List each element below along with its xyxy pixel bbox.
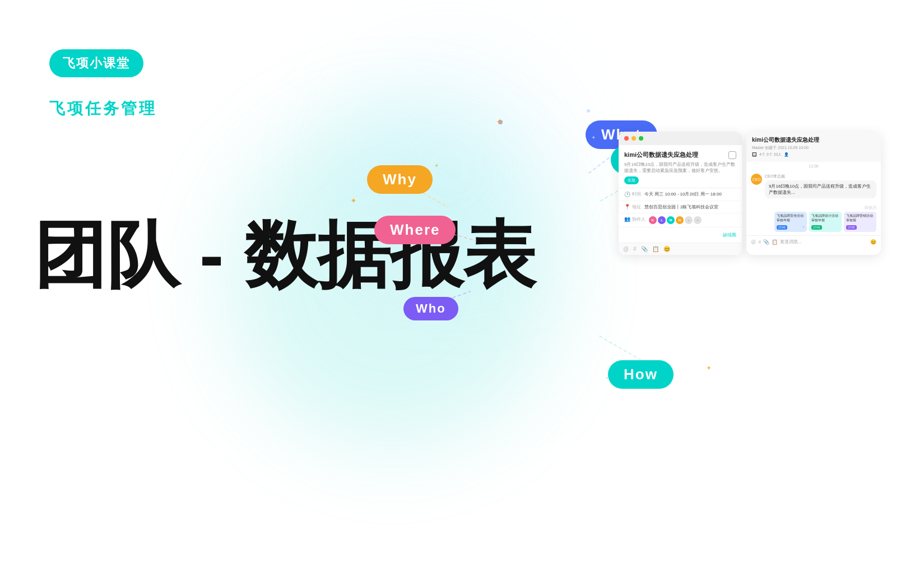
chat-meta: Master 创建于 2021.10.09 10:00 — [752, 145, 875, 151]
emoji-icon[interactable]: 😊 — [663, 246, 670, 252]
course-badge: 飞项小课堂 — [49, 49, 143, 77]
task-footer: 缺续圈 — [619, 227, 742, 243]
bubble-why: Why — [367, 165, 433, 194]
bubble-where: Where — [374, 216, 456, 244]
task-title-row: kimi公司数据遗失应急处理 — [624, 151, 736, 159]
minimize-dot — [632, 136, 636, 141]
chat-at-icon[interactable]: @ — [751, 239, 756, 245]
at-icon[interactable]: @ — [623, 246, 629, 252]
task-card-1: 飞项品牌宣传活动审核年报 27/45 ✓ — [774, 212, 807, 232]
time-field: 🕐 时间 今天 周三 10:00 - 10月20日 周一 18:00 — [619, 188, 742, 201]
collaborators-field: 👥 协作人 K L M N + + — [619, 213, 742, 227]
task-detail-panel: kimi公司数据遗失应急处理 9月16日晚10点，因我司产品送程升级，造成客户生… — [619, 132, 742, 255]
sparkle-1: ✦ — [496, 117, 503, 127]
chat-panel: kimi公司数据遗失应急处理 Master 创建于 2021.10.09 10:… — [746, 132, 881, 255]
chat-attach-icon[interactable]: 📎 — [763, 239, 769, 245]
time-value: 今天 周三 10:00 - 10月20日 周一 18:00 — [644, 191, 736, 197]
address-label: 📍 地址 — [624, 204, 641, 210]
members-icon: 👤 — [784, 152, 789, 157]
task-card-2: 飞项品牌设计活动审核年报 27/45 — [809, 212, 842, 232]
avatar-4: N — [676, 216, 684, 224]
main-title: 团队 - 数据报表 — [34, 218, 536, 291]
bubble-how: How — [608, 360, 674, 389]
chat-input-field[interactable]: 发送消息... — [780, 239, 868, 245]
avatar-2: L — [658, 216, 666, 224]
badge-text: 飞项小课堂 — [63, 55, 130, 72]
time-label: 🕐 时间 — [624, 191, 641, 197]
chat-clipboard-icon[interactable]: 📋 — [772, 239, 778, 245]
badge-container: 飞项小课堂 — [49, 49, 143, 77]
sparkle-6: ✦ — [605, 375, 610, 381]
chat-message-ceo: CEO CEO李总裁 9月16日晚10点，因我司产品送程升级，造成客户生产数据遗… — [746, 170, 881, 202]
address-field: 📍 地址 慧创百思创业园丨2栋飞项科技会议室 — [619, 201, 742, 213]
chat-emoji-icon[interactable]: 😊 — [870, 239, 876, 245]
ceo-avatar: CEO — [751, 174, 762, 185]
message-bubble: 9月16日晚10点，因我司产品送程升级，造成客户生产数据遗失... — [765, 180, 876, 198]
hash-icon[interactable]: # — [633, 246, 637, 252]
sparkle-4: ✦ — [434, 162, 439, 169]
card-3-title: 飞项品牌营销活动审核报 — [846, 214, 874, 223]
stats-count: 4个 3个 20人 — [759, 152, 782, 157]
card-1-tag: 27/45 — [777, 225, 787, 230]
clock-icon: 🕐 — [624, 192, 630, 197]
chat-creator: Master 创建于 2021.10.09 10:00 — [752, 145, 809, 151]
card-3-tag: 27/45 — [846, 225, 857, 230]
subtitle: 飞项任务管理 — [49, 98, 157, 119]
sender-name: CEO李总裁 — [765, 174, 876, 179]
chat-time: 11:00 — [746, 162, 881, 170]
chat-title: kimi公司数据遗失应急处理 — [752, 136, 875, 144]
people-icon: 👥 — [624, 216, 630, 222]
collaborators-list: K L M N + + — [649, 216, 702, 224]
titlebar — [619, 132, 742, 145]
task-card-3: 飞项品牌营销活动审核报 27/45 — [844, 212, 876, 232]
task-toolbar: @ # 📎 📋 😊 — [619, 243, 742, 255]
avatar-3: M — [667, 216, 675, 224]
expand-dot — [639, 136, 643, 141]
right-sender: 陈悦滔 — [865, 205, 876, 211]
location-icon: 📍 — [624, 204, 630, 210]
task-header: kimi公司数据遗失应急处理 9月16日晚10点，因我司产品送程升级，造成客户生… — [619, 145, 742, 188]
avatar-more-2: + — [694, 216, 702, 224]
task-expand-icon[interactable] — [728, 151, 736, 159]
bubble-who: Who — [403, 297, 458, 320]
avatar-more: + — [685, 216, 693, 224]
chat-header: kimi公司数据遗失应急处理 Master 创建于 2021.10.09 10:… — [746, 132, 881, 162]
card-2-title: 飞项品牌设计活动审核年报 — [811, 214, 839, 223]
card-1-check: ✓ — [802, 225, 805, 229]
clipboard-icon[interactable]: 📋 — [652, 246, 659, 252]
card-1-title: 飞项品牌宣传活动审核年报 — [777, 214, 805, 223]
close-dot — [624, 136, 629, 141]
task-status-badge[interactable]: 应急 — [624, 176, 639, 184]
chat-right-message: 陈悦滔 飞项品牌宣传活动审核年报 27/45 ✓ 飞项品牌设计活动审核年报 27… — [746, 202, 881, 235]
stats-icon: 🔲 — [752, 152, 757, 157]
task-description: 9月16日晚10点，因我司产品送程升级，造成客户生产数据遗失，需要启动紧急应急预… — [624, 161, 736, 174]
card-2-tag: 27/45 — [811, 225, 822, 230]
task-title-text: kimi公司数据遗失应急处理 — [624, 151, 698, 159]
return-button[interactable]: 缺续圈 — [723, 232, 736, 238]
collab-label: 👥 协作人 — [624, 216, 646, 222]
chat-input-area[interactable]: @ # 📎 📋 发送消息... 😊 — [746, 235, 881, 248]
message-content: CEO李总裁 9月16日晚10点，因我司产品送程升级，造成客户生产数据遗失... — [765, 174, 876, 198]
sparkle-5: ✦ — [706, 364, 712, 372]
attach-icon[interactable]: 📎 — [641, 246, 648, 252]
sparkle-3: ✦ — [350, 196, 357, 205]
chat-stats: 🔲 4个 3个 20人 👤 — [752, 152, 875, 157]
avatar-1: K — [649, 216, 657, 224]
sparkle-2: ✦ — [591, 134, 596, 141]
address-value: 慧创百思创业园丨2栋飞项科技会议室 — [644, 204, 736, 210]
task-cards: 飞项品牌宣传活动审核年报 27/45 ✓ 飞项品牌设计活动审核年报 27/45 … — [774, 212, 876, 232]
chat-hash-icon[interactable]: # — [758, 239, 761, 245]
svg-point-7 — [587, 109, 590, 113]
app-windows: kimi公司数据遗失应急处理 9月16日晚10点，因我司产品送程升级，造成客户生… — [619, 132, 893, 255]
